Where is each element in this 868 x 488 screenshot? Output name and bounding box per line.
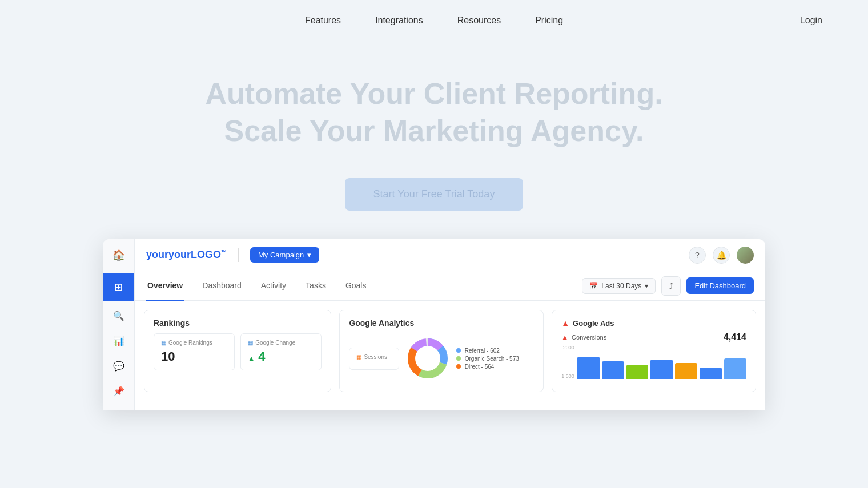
bar-2 [602, 361, 624, 379]
date-range-button[interactable]: 📅 Last 30 Days ▾ [582, 278, 656, 294]
top-navigation: Features Integrations Resources Pricing … [0, 0, 868, 41]
nav-features[interactable]: Features [305, 15, 341, 26]
ga-card-body: ▦ Sessions [349, 333, 534, 384]
chevron-down-icon: ▾ [645, 282, 648, 290]
cards-row: Rankings ▦ Google Rankings 10 ▦ Google C… [135, 301, 765, 392]
google-change-value: ▲ 4 [248, 349, 314, 364]
notifications-icon[interactable]: 🔔 [713, 247, 730, 264]
sub-navigation: Overview Dashboard Activity Tasks Goals … [135, 271, 765, 301]
cta-button[interactable]: Start Your Free Trial Today [345, 178, 524, 211]
main-content: youryourLOGO™ My Campaign ▾ ? 🔔 Overview… [135, 239, 765, 410]
google-ads-icon: ▲ [561, 318, 569, 328]
nav-integrations[interactable]: Integrations [375, 15, 423, 26]
edit-dashboard-button[interactable]: Edit Dashboard [686, 277, 754, 294]
hero-section: Automate Your Client Reporting. Scale Yo… [0, 41, 868, 239]
bar-6 [700, 368, 722, 379]
share-button[interactable]: ⤴ [661, 276, 681, 296]
sessions-donut-chart [405, 336, 451, 381]
campaign-button[interactable]: My Campaign ▾ [250, 247, 319, 263]
sidebar-chart-icon[interactable]: 📊 [103, 328, 134, 353]
divider [238, 248, 239, 262]
legend-item-referral: Referral - 602 [456, 348, 519, 354]
nav-pricing[interactable]: Pricing [535, 15, 563, 26]
svg-point-5 [415, 346, 440, 371]
top-bar-right: ? 🔔 [689, 247, 754, 264]
top-bar: youryourLOGO™ My Campaign ▾ ? 🔔 [135, 239, 765, 271]
tab-goals[interactable]: Goals [344, 271, 368, 301]
bar-chart-icon-2: ▦ [248, 340, 253, 346]
google-change-label: ▦ Google Change [248, 340, 314, 346]
google-ads-header: ▲ Google Ads [561, 318, 746, 328]
rankings-card-body: ▦ Google Rankings 10 ▦ Google Change ▲ 4 [154, 333, 322, 370]
legend-item-organic: Organic Search - 573 [456, 356, 519, 362]
sessions-label: ▦ Sessions [356, 354, 392, 360]
tab-dashboard[interactable]: Dashboard [201, 271, 243, 301]
rankings-card-title: Rankings [154, 318, 322, 328]
tab-overview[interactable]: Overview [146, 271, 184, 301]
sidebar-pin-icon[interactable]: 📌 [103, 378, 134, 404]
google-rankings-card: ▦ Google Rankings 10 [154, 333, 235, 370]
logo: youryourLOGO™ [146, 249, 227, 261]
google-ads-title: ▲ Google Ads [561, 318, 614, 328]
avatar[interactable] [737, 247, 754, 264]
legend-item-direct: Direct - 564 [456, 364, 519, 370]
tab-tasks[interactable]: Tasks [304, 271, 327, 301]
sidebar-search-icon[interactable]: 🔍 [103, 303, 134, 328]
sidebar-home-icon[interactable]: 🏠 [103, 239, 135, 271]
sidebar: 🏠 ⊞ 🔍 📊 💬 📌 [103, 239, 135, 410]
help-icon[interactable]: ? [689, 247, 706, 264]
google-rankings-label: ▦ Google Rankings [161, 340, 227, 346]
google-analytics-card: Google Analytics ▦ Sessions [339, 310, 544, 392]
bar-4 [650, 360, 673, 379]
sidebar-grid-icon[interactable]: ⊞ [103, 273, 134, 301]
hero-title: Automate Your Client Reporting. Scale Yo… [11, 75, 857, 150]
conversions-value: 4,414 [724, 332, 746, 342]
nav-links: Features Integrations Resources Pricing [305, 15, 563, 26]
google-rankings-value: 10 [161, 349, 227, 364]
bar-7 [724, 358, 746, 379]
sub-nav-controls: 📅 Last 30 Days ▾ ⤴ Edit Dashboard [582, 276, 754, 296]
rankings-card: Rankings ▦ Google Rankings 10 ▦ Google C… [144, 310, 331, 392]
conversions-label: Conversions [572, 334, 606, 341]
ads-bar-chart [577, 345, 746, 379]
google-change-card: ▦ Google Change ▲ 4 [240, 333, 322, 370]
bar-1 [577, 357, 600, 379]
calendar-icon: 📅 [589, 282, 598, 290]
dashboard-window: 🏠 ⊞ 🔍 📊 💬 📌 youryourLOGO™ My Campaign ▾ … [103, 239, 765, 410]
nav-login[interactable]: Login [800, 15, 822, 26]
tab-activity[interactable]: Activity [260, 271, 287, 301]
google-analytics-title: Google Analytics [349, 318, 534, 328]
sidebar-chat-icon[interactable]: 💬 [103, 353, 134, 378]
sessions-card: ▦ Sessions [349, 348, 399, 370]
donut-legend: Referral - 602 Organic Search - 573 Dire… [456, 348, 519, 370]
nav-resources[interactable]: Resources [457, 15, 501, 26]
bar-5 [675, 363, 697, 379]
bar-3 [626, 365, 649, 379]
chevron-down-icon: ▾ [307, 251, 311, 259]
bar-chart-icon: ▦ [161, 340, 166, 346]
google-ads-card: ▲ Google Ads ▲ Conversions 4,414 [552, 310, 756, 392]
